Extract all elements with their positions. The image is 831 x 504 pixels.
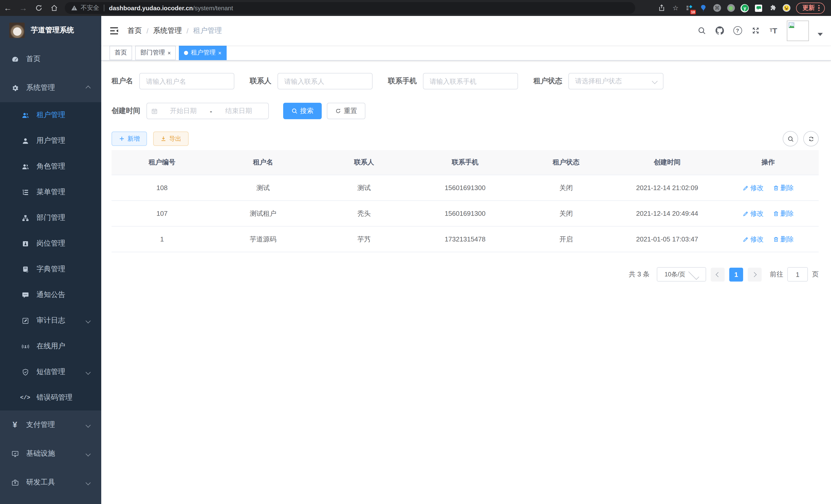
url-host: dashboard.yudao.iocoder.cn <box>109 4 193 11</box>
sidebar-item-tenant[interactable]: 租户管理 <box>0 102 101 128</box>
tenant-name-input[interactable] <box>139 73 234 89</box>
sidebar-item-label: 首页 <box>26 55 40 64</box>
search-icon <box>787 136 794 142</box>
tab-tenant[interactable]: 租户管理 × <box>179 46 227 60</box>
sidebar-item-menu[interactable]: 菜单管理 <box>0 179 101 205</box>
sidebar-item-label: 岗位管理 <box>36 239 65 248</box>
avatar-dropdown-caret-icon[interactable] <box>818 33 823 36</box>
y-extension-icon[interactable]: y <box>741 4 749 12</box>
avatar[interactable] <box>787 20 809 41</box>
sidebar-item-system[interactable]: 系统管理 <box>0 73 101 102</box>
contact-input[interactable] <box>278 73 373 89</box>
export-label: 导出 <box>169 135 181 143</box>
browser-forward-icon[interactable]: → <box>16 1 31 14</box>
breadcrumb: 首页 / 系统管理 / 租户管理 <box>127 26 222 35</box>
sidebar-item-audit-log[interactable]: 审计日志 <box>0 308 101 333</box>
refresh-icon <box>335 108 341 114</box>
col-create-time: 创建时间 <box>617 150 718 175</box>
trash-icon <box>773 210 779 216</box>
sidebar-item-role[interactable]: 角色管理 <box>0 154 101 179</box>
search-button[interactable]: 搜索 <box>283 103 322 119</box>
create-time-label: 创建时间 <box>112 106 140 116</box>
tab-dept[interactable]: 部门管理 × <box>135 46 176 60</box>
mobile-input[interactable] <box>423 73 518 89</box>
page-content: 租户名 联系人 联系手机 租户状态 请选择租户状态 <box>101 61 831 504</box>
help-icon[interactable]: ? <box>733 26 742 35</box>
edit-link[interactable]: 修改 <box>743 183 764 192</box>
sidebar-collapse-icon[interactable] <box>109 25 119 36</box>
tree-table-icon <box>21 188 29 196</box>
toggle-search-button[interactable] <box>783 131 798 146</box>
browser-menu-icon[interactable] <box>819 5 820 11</box>
browser-update-button[interactable]: 更新 <box>796 2 825 13</box>
edit-link[interactable]: 修改 <box>743 209 764 218</box>
page-number-button[interactable]: 1 <box>729 267 743 281</box>
cell-contact: 秃头 <box>314 201 414 226</box>
contact-label: 联系人 <box>250 77 271 86</box>
sidebar-item-error-code[interactable]: </> 错误码管理 <box>0 385 101 411</box>
sidebar-item-notice[interactable]: 通知公告 <box>0 282 101 308</box>
download-icon <box>160 136 167 142</box>
create-time-range-picker[interactable]: 开始日期 - 结束日期 <box>146 103 269 119</box>
peoples-icon <box>21 162 29 171</box>
sidebar-item-pay[interactable]: ¥ 支付管理 <box>0 411 101 439</box>
bookmark-star-icon[interactable]: ☆ <box>671 4 680 12</box>
emoji-extension-icon[interactable] <box>782 4 791 12</box>
browser-back-icon[interactable]: ← <box>0 1 16 14</box>
add-button[interactable]: 新增 <box>112 131 147 146</box>
sidebar-item-user[interactable]: 用户管理 <box>0 128 101 154</box>
sidebar-item-dict[interactable]: 字典管理 <box>0 256 101 282</box>
header-search-icon[interactable] <box>697 26 706 35</box>
sidebar-item-sms[interactable]: 短信管理 <box>0 359 101 385</box>
browser-reload-icon[interactable] <box>31 1 46 14</box>
cell-mobile: 17321315478 <box>414 226 515 252</box>
balloon-extension-icon[interactable] <box>699 4 708 12</box>
prev-page-button[interactable] <box>711 267 725 281</box>
sidebar-item-home[interactable]: 首页 <box>0 45 101 73</box>
sidebar-item-online-users[interactable]: 在线用户 <box>0 333 101 359</box>
puzzle-extensions-icon[interactable] <box>769 4 777 12</box>
dot-extension-icon[interactable] <box>727 4 735 12</box>
refresh-table-button[interactable] <box>803 131 819 146</box>
sidebar-item-post[interactable]: 岗位管理 <box>0 231 101 256</box>
goto-page-input[interactable] <box>787 267 808 281</box>
address-bar[interactable]: 不安全 dashboard.yudao.iocoder.cn/system/te… <box>65 2 635 14</box>
top-navbar: 首页 / 系统管理 / 租户管理 ? <box>101 16 831 45</box>
breadcrumb-system[interactable]: 系统管理 <box>153 26 182 35</box>
browser-home-icon[interactable] <box>46 1 62 14</box>
sidebar-item-infra[interactable]: 基础设施 <box>0 439 101 468</box>
page-size-select[interactable]: 10条/页 <box>657 267 706 281</box>
extension-badge: 10 <box>690 9 696 14</box>
sidebar-item-label: 支付管理 <box>26 420 55 429</box>
security-label: 不安全 <box>81 4 99 12</box>
chat-extension-icon[interactable] <box>755 4 763 12</box>
extension-diamond-icon[interactable]: 10 <box>685 4 693 12</box>
app-logo-row[interactable]: 芋道管理系统 <box>0 16 101 45</box>
github-icon[interactable] <box>715 26 724 35</box>
command-extension-icon[interactable]: ⌘ <box>713 4 721 12</box>
breadcrumb-home[interactable]: 首页 <box>127 26 142 35</box>
close-icon[interactable]: × <box>168 50 171 56</box>
fullscreen-icon[interactable] <box>751 26 760 35</box>
refresh-icon <box>808 136 814 142</box>
money-icon: ¥ <box>11 421 19 429</box>
sidebar-item-dev-tools[interactable]: 研发工具 <box>0 468 101 497</box>
delete-link[interactable]: 删除 <box>773 235 794 244</box>
delete-link[interactable]: 删除 <box>773 209 794 218</box>
next-page-button[interactable] <box>748 267 762 281</box>
not-secure-warning-icon <box>71 5 78 11</box>
edit-link[interactable]: 修改 <box>743 235 764 244</box>
share-icon[interactable] <box>658 4 666 12</box>
font-size-icon[interactable]: TT <box>769 26 778 35</box>
reset-button[interactable]: 重置 <box>327 103 365 119</box>
update-label: 更新 <box>802 4 815 12</box>
tab-home[interactable]: 首页 <box>110 46 132 60</box>
status-select[interactable]: 请选择租户状态 <box>568 73 663 89</box>
cell-status: 关闭 <box>516 175 617 201</box>
export-button[interactable]: 导出 <box>153 131 189 146</box>
tenant-table: 租户编号 租户名 联系人 联系手机 租户状态 创建时间 操作 108 测试 <box>112 150 819 252</box>
sidebar-item-dept[interactable]: 部门管理 <box>0 205 101 231</box>
close-icon[interactable]: × <box>218 50 222 56</box>
sidebar-item-label: 角色管理 <box>36 162 65 171</box>
delete-link[interactable]: 删除 <box>773 183 794 192</box>
